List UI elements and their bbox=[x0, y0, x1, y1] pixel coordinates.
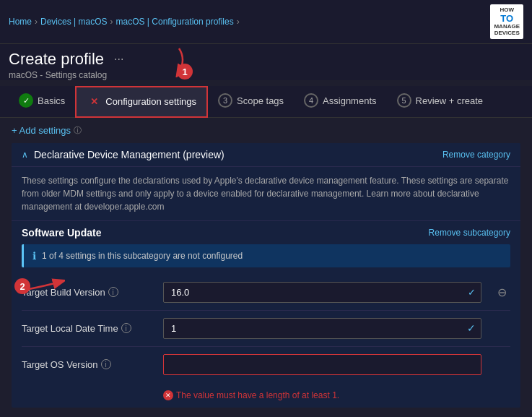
step-basics[interactable]: ✓ Basics bbox=[9, 86, 75, 116]
category-section: ∧ Declarative Device Management (preview… bbox=[12, 143, 520, 408]
error-icon: ✕ bbox=[163, 390, 173, 400]
breadcrumb: Home › Devices | macOS › macOS | Configu… bbox=[9, 17, 240, 27]
osversion-input-wrapper bbox=[163, 354, 481, 375]
category-title: Declarative Device Management (preview) bbox=[34, 149, 224, 160]
header-section: Create profile ··· macOS - Settings cata… bbox=[0, 44, 532, 80]
step5-circle: 5 bbox=[397, 93, 411, 108]
step3-circle: 3 bbox=[218, 93, 232, 108]
step5-label: Review + create bbox=[416, 95, 484, 106]
build-version-info-icon[interactable]: i bbox=[108, 287, 118, 297]
setting-label-datetime: Target Local Date Time i bbox=[22, 323, 152, 334]
top-bar: Home › Devices | macOS › macOS | Configu… bbox=[0, 0, 532, 44]
table-row: Target OS Version i ✕ The value must hav… bbox=[22, 347, 510, 408]
info-banner-icon: ℹ bbox=[32, 250, 36, 262]
add-settings-link[interactable]: + Add settings ⓘ bbox=[12, 125, 520, 136]
remove-category-link[interactable]: Remove category bbox=[442, 150, 510, 160]
setting-label-build: Target Build Version i bbox=[22, 287, 152, 298]
page-title: Create profile ··· bbox=[9, 50, 123, 69]
setting-label-osversion: Target OS Version i bbox=[22, 359, 152, 370]
logo-line3: MANAGE bbox=[494, 23, 520, 30]
category-description: These settings configure the declaration… bbox=[12, 167, 520, 221]
steps-nav: ✓ Basics ✕ Configuration settings 3 Scop… bbox=[0, 86, 532, 118]
remove-subcategory-link[interactable]: Remove subcategory bbox=[429, 228, 510, 238]
subcategory-title: Software Update bbox=[22, 227, 101, 238]
step-review[interactable]: 5 Review + create bbox=[387, 86, 494, 116]
step-configuration[interactable]: ✕ Configuration settings bbox=[75, 86, 208, 118]
osversion-input[interactable] bbox=[163, 354, 481, 375]
logo: HOW TO MANAGE DEVICES bbox=[490, 4, 523, 39]
breadcrumb-profiles[interactable]: macOS | Configuration profiles bbox=[116, 17, 234, 27]
breadcrumb-devices[interactable]: Devices | macOS bbox=[40, 17, 107, 27]
category-title-row: ∧ Declarative Device Management (preview… bbox=[22, 149, 224, 160]
error-text: The value must have a length of at least… bbox=[176, 390, 339, 400]
step3-label: Scope tags bbox=[237, 95, 284, 106]
collapse-icon[interactable]: ∧ bbox=[22, 150, 28, 160]
step-scope-tags[interactable]: 3 Scope tags bbox=[208, 86, 294, 116]
settings-rows: Target Build Version i 16.0 ✓ ⊖ Target L… bbox=[12, 275, 520, 408]
build-version-select[interactable]: 16.0 bbox=[163, 282, 481, 303]
remove-row-button[interactable]: ⊖ bbox=[493, 285, 510, 299]
logo-line4: DEVICES bbox=[494, 30, 520, 37]
step4-circle: 4 bbox=[304, 93, 318, 108]
datetime-input-wrapper: ✓ bbox=[163, 318, 481, 339]
step1-circle: ✓ bbox=[19, 93, 33, 108]
step-assignments[interactable]: 4 Assignments bbox=[294, 86, 386, 116]
subcategory-header: Software Update Remove subcategory bbox=[12, 221, 520, 244]
logo-line2: TO bbox=[494, 14, 520, 23]
table-row: Target Build Version i 16.0 ✓ ⊖ bbox=[22, 275, 510, 311]
info-banner-text: 1 of 4 settings in this subcategory are … bbox=[42, 251, 243, 261]
annotation-2: 2 bbox=[14, 278, 30, 294]
osversion-info-icon[interactable]: i bbox=[101, 359, 111, 369]
datetime-input[interactable] bbox=[163, 318, 481, 339]
table-row: Target Local Date Time i ✓ bbox=[22, 311, 510, 347]
breadcrumb-home[interactable]: Home bbox=[9, 17, 32, 27]
datetime-info-icon[interactable]: i bbox=[121, 323, 131, 333]
datetime-check-icon: ✓ bbox=[467, 322, 476, 334]
add-settings-info-icon: ⓘ bbox=[74, 125, 82, 136]
step2-label: Configuration settings bbox=[105, 96, 196, 107]
content-area: + Add settings ⓘ ∧ Declarative Device Ma… bbox=[0, 118, 532, 415]
info-banner: ℹ 1 of 4 settings in this subcategory ar… bbox=[22, 244, 510, 267]
page-subtitle: macOS - Settings catalog bbox=[9, 70, 523, 80]
build-version-select-wrapper: 16.0 ✓ bbox=[163, 282, 481, 303]
step2-circle: ✕ bbox=[87, 95, 101, 109]
annotation-1: 1 bbox=[177, 64, 193, 79]
step4-label: Assignments bbox=[323, 95, 376, 106]
osversion-error-message: ✕ The value must have a length of at lea… bbox=[163, 390, 510, 400]
step1-label: Basics bbox=[38, 95, 65, 106]
ellipsis-menu[interactable]: ··· bbox=[114, 53, 123, 66]
category-header: ∧ Declarative Device Management (preview… bbox=[12, 143, 520, 167]
